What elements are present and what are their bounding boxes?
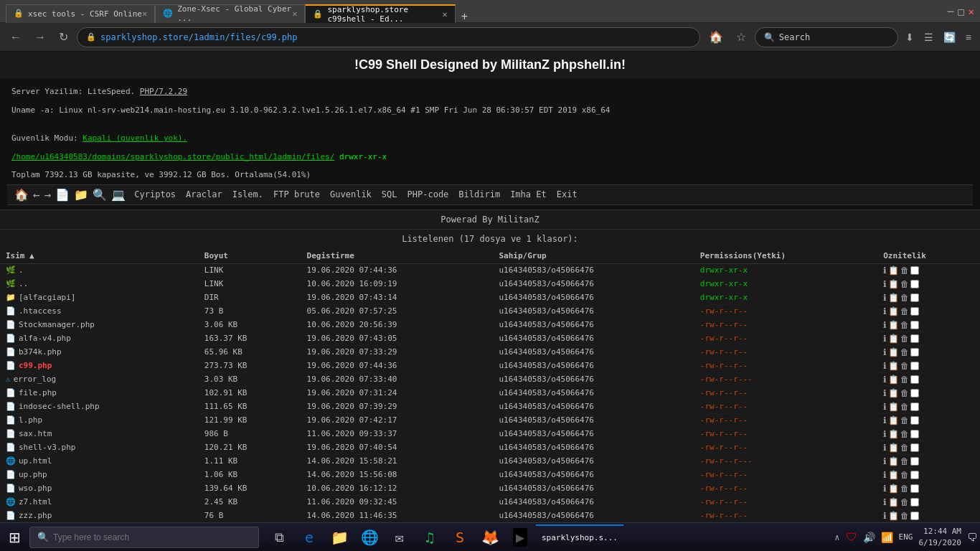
copy-icon[interactable]: 📋 xyxy=(888,497,899,507)
nav-bildirim[interactable]: Bildirim xyxy=(454,188,504,201)
delete-icon[interactable]: 🗑 xyxy=(900,402,909,412)
row-checkbox[interactable] xyxy=(910,266,919,275)
delete-icon[interactable]: 🗑 xyxy=(900,484,909,494)
tab-3-close[interactable]: ✕ xyxy=(442,9,447,19)
guvenlik-value[interactable]: Kapali (guvenlik yok). xyxy=(83,133,187,143)
tab-2[interactable]: 🌐 Zone-Xsec - Global Cyber ... ✕ xyxy=(155,4,305,23)
cell-name[interactable]: 📄shell-v3.php xyxy=(0,441,199,454)
nav-sql[interactable]: SQL xyxy=(377,188,402,201)
row-checkbox[interactable] xyxy=(910,334,919,343)
download-button[interactable]: ⬇ xyxy=(903,29,917,46)
delete-icon[interactable]: 🗑 xyxy=(900,375,909,385)
reload-button[interactable]: ↻ xyxy=(55,27,72,47)
file-name-text[interactable]: c99.php xyxy=(19,361,52,370)
copy-icon[interactable]: 📋 xyxy=(888,306,899,316)
php-version-link[interactable]: PHP/7.2.29 xyxy=(140,87,187,96)
copy-icon[interactable]: 📋 xyxy=(888,279,899,289)
row-checkbox[interactable] xyxy=(910,430,919,438)
forward-button[interactable]: → xyxy=(30,28,50,47)
close-button[interactable]: ✕ xyxy=(969,6,974,17)
delete-icon[interactable]: 🗑 xyxy=(900,320,909,330)
nav-araclar[interactable]: Araclar xyxy=(182,188,227,201)
sidebar-button[interactable]: ☰ xyxy=(921,29,936,46)
delete-icon[interactable]: 🗑 xyxy=(900,456,909,466)
copy-icon[interactable]: 📋 xyxy=(888,334,899,344)
info-icon[interactable]: ℹ xyxy=(883,361,887,371)
terminal-nav-icon[interactable]: 💻 xyxy=(111,188,126,202)
file-name-text[interactable]: up.php xyxy=(19,470,47,479)
cell-name[interactable]: 📄alfa-v4.php xyxy=(0,331,199,345)
row-checkbox[interactable] xyxy=(910,484,919,493)
row-checkbox[interactable] xyxy=(910,471,919,479)
info-icon[interactable]: ℹ xyxy=(883,279,887,289)
delete-icon[interactable]: 🗑 xyxy=(900,334,909,344)
delete-icon[interactable]: 🗑 xyxy=(900,388,909,398)
nav-cyriptos[interactable]: Cyriptos xyxy=(130,188,180,201)
file-name-text[interactable]: indosec-shell.php xyxy=(19,402,100,411)
info-icon[interactable]: ℹ xyxy=(883,402,887,412)
row-checkbox[interactable] xyxy=(910,512,919,520)
file-name-text[interactable]: zzz.php xyxy=(19,511,52,520)
copy-icon[interactable]: 📋 xyxy=(888,347,899,357)
copy-icon[interactable]: 📋 xyxy=(888,361,899,371)
home-button[interactable]: 🏠 xyxy=(705,27,727,47)
info-icon[interactable]: ℹ xyxy=(883,293,887,303)
col-owner[interactable]: Sahip/Grup xyxy=(493,248,694,264)
copy-icon[interactable]: 📋 xyxy=(888,265,899,276)
copy-icon[interactable]: 📋 xyxy=(888,429,899,439)
delete-icon[interactable]: 🗑 xyxy=(900,347,909,357)
info-icon[interactable]: ℹ xyxy=(883,320,887,330)
file-name-text[interactable]: Stockmanager.php xyxy=(19,320,95,329)
tab-3[interactable]: 🔒 sparklyshop.store c99shell - Ed... ✕ xyxy=(305,4,455,23)
cell-name[interactable]: 📄.htaccess xyxy=(0,304,199,318)
copy-icon[interactable]: 📋 xyxy=(888,320,899,330)
maximize-button[interactable]: □ xyxy=(958,6,963,17)
row-checkbox[interactable] xyxy=(910,280,919,288)
cell-name[interactable]: 📄b374k.php xyxy=(0,345,199,359)
row-checkbox[interactable] xyxy=(910,402,919,411)
cell-name[interactable]: 📄zzz.php xyxy=(0,509,199,522)
back-nav-icon[interactable]: ← xyxy=(33,188,40,202)
delete-icon[interactable]: 🗑 xyxy=(900,306,909,316)
info-icon[interactable]: ℹ xyxy=(883,347,887,357)
row-checkbox[interactable] xyxy=(910,443,919,452)
info-icon[interactable]: ℹ xyxy=(883,456,887,466)
copy-icon[interactable]: 📋 xyxy=(888,415,899,425)
row-checkbox[interactable] xyxy=(910,389,919,397)
bookmark-button[interactable]: ☆ xyxy=(732,27,750,47)
row-checkbox[interactable] xyxy=(910,416,919,425)
row-checkbox[interactable] xyxy=(910,457,919,466)
cell-name[interactable]: 📄indosec-shell.php xyxy=(0,400,199,413)
copy-icon[interactable]: 📋 xyxy=(888,443,899,453)
nav-exit[interactable]: Exit xyxy=(552,188,582,201)
cell-name[interactable]: 🌐z7.html xyxy=(0,495,199,509)
row-checkbox[interactable] xyxy=(910,375,919,384)
nav-phpcode[interactable]: PHP-code xyxy=(403,188,453,201)
copy-icon[interactable]: 📋 xyxy=(888,388,899,398)
cell-name[interactable]: 🌐up.html xyxy=(0,454,199,468)
cell-name[interactable]: 📄Stockmanager.php xyxy=(0,318,199,331)
nav-guvenlik[interactable]: Guvenlik xyxy=(326,188,376,201)
address-bar[interactable]: 🔒 sparklyshop.store/1admin/files/c99.php xyxy=(77,27,700,47)
cell-name[interactable]: 🌿.. xyxy=(0,277,199,291)
info-icon[interactable]: ℹ xyxy=(883,334,887,344)
row-checkbox[interactable] xyxy=(910,307,919,316)
forward-nav-icon[interactable]: → xyxy=(44,188,52,202)
home-nav-icon[interactable]: 🏠 xyxy=(14,188,29,202)
file-name-text[interactable]: l.php xyxy=(19,415,42,425)
cell-name[interactable]: 📄file.php xyxy=(0,386,199,400)
info-icon[interactable]: ℹ xyxy=(883,388,887,398)
copy-icon[interactable]: 📋 xyxy=(888,511,899,521)
info-icon[interactable]: ℹ xyxy=(883,306,887,316)
info-icon[interactable]: ℹ xyxy=(883,415,887,425)
row-checkbox[interactable] xyxy=(910,498,919,507)
copy-icon[interactable]: 📋 xyxy=(888,456,899,466)
menu-button[interactable]: ≡ xyxy=(963,29,974,46)
back-button[interactable]: ← xyxy=(6,28,26,47)
minimize-button[interactable]: ─ xyxy=(948,6,953,17)
delete-icon[interactable]: 🗑 xyxy=(900,279,909,289)
delete-icon[interactable]: 🗑 xyxy=(900,511,909,521)
file-name-text[interactable]: b374k.php xyxy=(19,347,62,357)
cell-name[interactable]: 🌿. xyxy=(0,263,199,277)
row-checkbox[interactable] xyxy=(910,321,919,329)
